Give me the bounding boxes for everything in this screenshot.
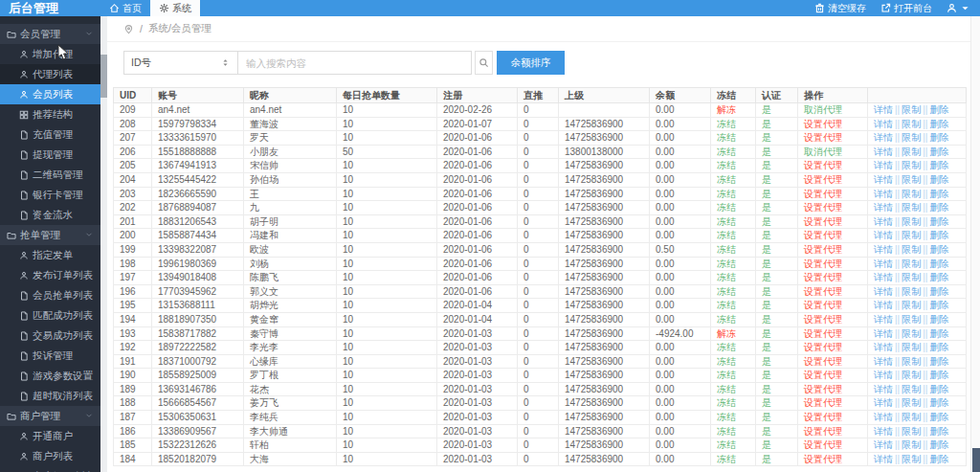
sidebar-item[interactable]: 银行卡管理 (0, 185, 100, 205)
agent-toggle-link[interactable]: 取消代理 (804, 104, 842, 115)
limit-link[interactable]: 限制 (902, 244, 921, 255)
detail-link[interactable]: 详情 (874, 286, 893, 297)
sidebar-item[interactable]: 发布订单列表 (0, 265, 100, 285)
detail-link[interactable]: 详情 (874, 272, 893, 282)
delete-link[interactable]: 删除 (929, 300, 948, 310)
agent-toggle-link[interactable]: 设置代理 (804, 286, 842, 297)
agent-toggle-link[interactable]: 设置代理 (804, 426, 842, 437)
agent-toggle-link[interactable]: 设置代理 (804, 397, 842, 408)
agent-toggle-link[interactable]: 取消代理 (804, 146, 842, 157)
detail-link[interactable]: 详情 (874, 397, 893, 408)
limit-link[interactable]: 限制 (902, 202, 921, 213)
delete-link[interactable]: 删除 (929, 286, 948, 297)
delete-link[interactable]: 删除 (929, 132, 948, 143)
detail-link[interactable]: 详情 (874, 300, 893, 310)
delete-link[interactable]: 删除 (929, 244, 948, 255)
detail-link[interactable]: 详情 (874, 426, 893, 437)
tab-home[interactable]: 首页 (100, 0, 150, 16)
delete-link[interactable]: 删除 (929, 454, 948, 464)
delete-link[interactable]: 删除 (929, 258, 948, 269)
limit-link[interactable]: 限制 (902, 286, 921, 297)
sidebar-section-header[interactable]: 会员管理 (0, 24, 100, 44)
detail-link[interactable]: 详情 (874, 454, 893, 464)
limit-link[interactable]: 限制 (902, 397, 921, 408)
detail-link[interactable]: 详情 (874, 216, 893, 227)
limit-link[interactable]: 限制 (902, 426, 921, 437)
agent-toggle-link[interactable]: 设置代理 (804, 132, 842, 143)
search-input[interactable] (238, 51, 472, 75)
sidebar-item[interactable]: 商户列表 (0, 446, 100, 466)
freeze-toggle-link[interactable]: 冻结 (717, 426, 736, 437)
agent-toggle-link[interactable]: 设置代理 (804, 356, 842, 367)
freeze-toggle-link[interactable]: 冻结 (717, 356, 736, 367)
detail-link[interactable]: 详情 (874, 146, 893, 157)
sidebar-section-header[interactable]: 抢单管理 (0, 225, 100, 245)
detail-link[interactable]: 详情 (874, 119, 893, 129)
freeze-toggle-link[interactable]: 冻结 (717, 397, 736, 408)
delete-link[interactable]: 删除 (929, 189, 948, 199)
detail-link[interactable]: 详情 (874, 258, 893, 269)
freeze-toggle-link[interactable]: 解冻 (717, 328, 736, 339)
freeze-toggle-link[interactable]: 冻结 (717, 272, 736, 282)
sidebar-item[interactable]: 推荐结构 (0, 104, 100, 124)
freeze-toggle-link[interactable]: 冻结 (717, 384, 736, 394)
agent-toggle-link[interactable]: 设置代理 (804, 370, 842, 380)
agent-toggle-link[interactable]: 设置代理 (804, 119, 842, 129)
freeze-toggle-link[interactable]: 冻结 (717, 146, 736, 157)
search-field-select[interactable]: ID号 (123, 51, 238, 75)
agent-toggle-link[interactable]: 设置代理 (804, 216, 842, 227)
sidebar-item[interactable]: 充值管理 (0, 124, 100, 145)
sidebar-item[interactable]: 匹配成功列表 (0, 305, 100, 326)
delete-link[interactable]: 删除 (929, 216, 948, 227)
limit-link[interactable]: 限制 (902, 356, 921, 367)
search-button[interactable] (475, 51, 493, 75)
delete-link[interactable]: 删除 (929, 230, 948, 240)
main-scrollbar[interactable] (970, 16, 980, 472)
detail-link[interactable]: 详情 (874, 314, 893, 325)
delete-link[interactable]: 删除 (929, 314, 948, 325)
limit-link[interactable]: 限制 (902, 189, 921, 199)
sidebar-section-header[interactable]: 商户管理 (0, 406, 100, 426)
freeze-toggle-link[interactable]: 冻结 (717, 160, 736, 170)
agent-toggle-link[interactable]: 设置代理 (804, 244, 842, 255)
detail-link[interactable]: 详情 (874, 244, 893, 255)
agent-toggle-link[interactable]: 设置代理 (804, 328, 842, 339)
detail-link[interactable]: 详情 (874, 230, 893, 240)
sidebar-scrollbar-thumb[interactable] (100, 55, 107, 98)
sidebar-item[interactable]: 超时取消列表 (0, 386, 100, 406)
detail-link[interactable]: 详情 (874, 174, 893, 185)
sidebar-item[interactable]: 二维码管理 (0, 165, 100, 185)
limit-link[interactable]: 限制 (902, 146, 921, 157)
limit-link[interactable]: 限制 (902, 314, 921, 325)
delete-link[interactable]: 删除 (929, 160, 948, 170)
freeze-toggle-link[interactable]: 冻结 (717, 412, 736, 422)
detail-link[interactable]: 详情 (874, 132, 893, 143)
agent-toggle-link[interactable]: 设置代理 (804, 342, 842, 352)
limit-link[interactable]: 限制 (902, 328, 921, 339)
freeze-toggle-link[interactable]: 解冻 (717, 104, 736, 115)
detail-link[interactable]: 详情 (874, 384, 893, 394)
freeze-toggle-link[interactable]: 冻结 (717, 119, 736, 129)
freeze-toggle-link[interactable]: 冻结 (717, 244, 736, 255)
agent-toggle-link[interactable]: 设置代理 (804, 454, 842, 464)
delete-link[interactable]: 删除 (929, 356, 948, 367)
freeze-toggle-link[interactable]: 冻结 (717, 286, 736, 297)
limit-link[interactable]: 限制 (902, 454, 921, 464)
agent-toggle-link[interactable]: 设置代理 (804, 189, 842, 199)
clear-cache-button[interactable]: 清空缓存 (814, 2, 866, 15)
delete-link[interactable]: 删除 (929, 370, 948, 380)
detail-link[interactable]: 详情 (874, 202, 893, 213)
detail-link[interactable]: 详情 (874, 439, 893, 450)
freeze-toggle-link[interactable]: 冻结 (717, 230, 736, 240)
limit-link[interactable]: 限制 (902, 272, 921, 282)
balance-sort-button[interactable]: 余额排序 (497, 51, 565, 75)
delete-link[interactable]: 删除 (929, 146, 948, 157)
detail-link[interactable]: 详情 (874, 356, 893, 367)
sidebar-item[interactable]: 会员抢单列表 (0, 285, 100, 305)
limit-link[interactable]: 限制 (902, 439, 921, 450)
agent-toggle-link[interactable]: 设置代理 (804, 384, 842, 394)
agent-toggle-link[interactable]: 设置代理 (804, 300, 842, 310)
freeze-toggle-link[interactable]: 冻结 (717, 258, 736, 269)
limit-link[interactable]: 限制 (902, 370, 921, 380)
sidebar-item[interactable]: 增加代理 (0, 44, 100, 64)
